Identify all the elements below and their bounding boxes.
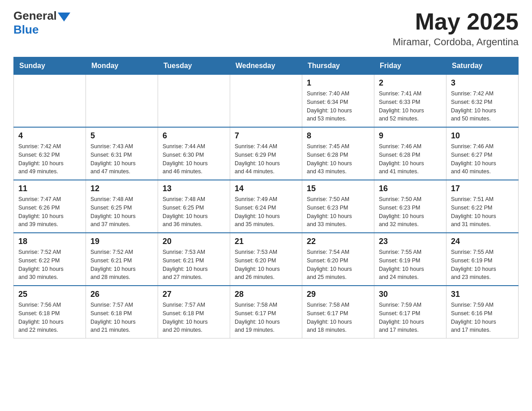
calendar-cell: 16Sunrise: 7:50 AMSunset: 6:23 PMDayligh… bbox=[374, 180, 446, 233]
day-info: Sunrise: 7:56 AMSunset: 6:18 PMDaylight:… bbox=[18, 301, 81, 334]
calendar-cell bbox=[158, 75, 230, 128]
day-number: 19 bbox=[90, 237, 153, 246]
day-number: 28 bbox=[235, 290, 297, 299]
weekday-header-friday: Friday bbox=[374, 57, 446, 75]
week-row-1: 1Sunrise: 7:40 AMSunset: 6:34 PMDaylight… bbox=[14, 75, 519, 128]
logo-blue-text: Blue bbox=[13, 23, 39, 37]
day-number: 6 bbox=[163, 131, 225, 141]
calendar-cell: 5Sunrise: 7:43 AMSunset: 6:31 PMDaylight… bbox=[86, 127, 158, 180]
calendar-cell: 28Sunrise: 7:58 AMSunset: 6:17 PMDayligh… bbox=[230, 286, 302, 338]
calendar-cell: 12Sunrise: 7:48 AMSunset: 6:25 PMDayligh… bbox=[86, 180, 158, 233]
day-number: 29 bbox=[307, 290, 369, 299]
day-number: 23 bbox=[379, 237, 442, 246]
calendar-cell: 30Sunrise: 7:59 AMSunset: 6:17 PMDayligh… bbox=[374, 286, 446, 338]
calendar-cell: 2Sunrise: 7:41 AMSunset: 6:33 PMDaylight… bbox=[374, 75, 446, 128]
calendar-cell bbox=[86, 75, 158, 128]
calendar-table: SundayMondayTuesdayWednesdayThursdayFrid… bbox=[13, 57, 519, 338]
day-info: Sunrise: 7:44 AMSunset: 6:29 PMDaylight:… bbox=[235, 142, 297, 176]
day-number: 2 bbox=[379, 78, 442, 88]
calendar-cell: 10Sunrise: 7:46 AMSunset: 6:27 PMDayligh… bbox=[446, 127, 519, 180]
day-info: Sunrise: 7:41 AMSunset: 6:33 PMDaylight:… bbox=[379, 90, 442, 123]
day-number: 25 bbox=[18, 290, 81, 299]
calendar-cell: 24Sunrise: 7:55 AMSunset: 6:19 PMDayligh… bbox=[446, 233, 519, 286]
calendar-cell: 7Sunrise: 7:44 AMSunset: 6:29 PMDaylight… bbox=[230, 127, 302, 180]
day-number: 8 bbox=[307, 131, 369, 141]
day-info: Sunrise: 7:44 AMSunset: 6:30 PMDaylight:… bbox=[163, 142, 225, 176]
day-number: 18 bbox=[18, 237, 81, 246]
logo: General Blue bbox=[13, 9, 70, 37]
calendar-cell: 3Sunrise: 7:42 AMSunset: 6:32 PMDaylight… bbox=[446, 75, 519, 128]
day-info: Sunrise: 7:53 AMSunset: 6:21 PMDaylight:… bbox=[163, 248, 225, 282]
calendar-cell: 29Sunrise: 7:58 AMSunset: 6:17 PMDayligh… bbox=[302, 286, 374, 338]
day-info: Sunrise: 7:49 AMSunset: 6:24 PMDaylight:… bbox=[235, 195, 297, 229]
calendar-cell: 17Sunrise: 7:51 AMSunset: 6:22 PMDayligh… bbox=[446, 180, 519, 233]
calendar-cell: 13Sunrise: 7:48 AMSunset: 6:25 PMDayligh… bbox=[158, 180, 230, 233]
day-info: Sunrise: 7:55 AMSunset: 6:19 PMDaylight:… bbox=[379, 248, 442, 282]
day-number: 17 bbox=[451, 184, 514, 193]
day-info: Sunrise: 7:52 AMSunset: 6:21 PMDaylight:… bbox=[90, 248, 153, 282]
calendar-cell: 19Sunrise: 7:52 AMSunset: 6:21 PMDayligh… bbox=[86, 233, 158, 286]
day-info: Sunrise: 7:45 AMSunset: 6:28 PMDaylight:… bbox=[307, 142, 369, 176]
title-section: May 2025 Miramar, Cordoba, Argentina bbox=[393, 9, 519, 48]
calendar-cell: 23Sunrise: 7:55 AMSunset: 6:19 PMDayligh… bbox=[374, 233, 446, 286]
week-row-3: 11Sunrise: 7:47 AMSunset: 6:26 PMDayligh… bbox=[14, 180, 519, 233]
calendar-cell: 9Sunrise: 7:46 AMSunset: 6:28 PMDaylight… bbox=[374, 127, 446, 180]
calendar-cell: 14Sunrise: 7:49 AMSunset: 6:24 PMDayligh… bbox=[230, 180, 302, 233]
location-title: Miramar, Cordoba, Argentina bbox=[393, 36, 519, 48]
calendar-cell: 8Sunrise: 7:45 AMSunset: 6:28 PMDaylight… bbox=[302, 127, 374, 180]
day-number: 11 bbox=[18, 184, 81, 193]
day-number: 21 bbox=[235, 237, 297, 246]
weekday-header-wednesday: Wednesday bbox=[230, 57, 302, 75]
day-number: 20 bbox=[163, 237, 225, 246]
weekday-header-monday: Monday bbox=[86, 57, 158, 75]
day-number: 15 bbox=[307, 184, 369, 193]
day-number: 14 bbox=[235, 184, 297, 193]
day-info: Sunrise: 7:46 AMSunset: 6:27 PMDaylight:… bbox=[451, 142, 514, 176]
calendar-cell: 15Sunrise: 7:50 AMSunset: 6:23 PMDayligh… bbox=[302, 180, 374, 233]
day-info: Sunrise: 7:51 AMSunset: 6:22 PMDaylight:… bbox=[451, 195, 514, 229]
day-number: 3 bbox=[451, 78, 514, 88]
day-info: Sunrise: 7:52 AMSunset: 6:22 PMDaylight:… bbox=[18, 248, 81, 282]
week-row-4: 18Sunrise: 7:52 AMSunset: 6:22 PMDayligh… bbox=[14, 233, 519, 286]
day-number: 1 bbox=[307, 78, 369, 88]
weekday-header-sunday: Sunday bbox=[14, 57, 86, 75]
calendar-cell: 21Sunrise: 7:53 AMSunset: 6:20 PMDayligh… bbox=[230, 233, 302, 286]
calendar-cell: 18Sunrise: 7:52 AMSunset: 6:22 PMDayligh… bbox=[14, 233, 86, 286]
day-info: Sunrise: 7:57 AMSunset: 6:18 PMDaylight:… bbox=[90, 301, 153, 334]
calendar-cell: 11Sunrise: 7:47 AMSunset: 6:26 PMDayligh… bbox=[14, 180, 86, 233]
day-info: Sunrise: 7:42 AMSunset: 6:32 PMDaylight:… bbox=[451, 90, 514, 123]
calendar-cell: 31Sunrise: 7:59 AMSunset: 6:16 PMDayligh… bbox=[446, 286, 519, 338]
day-info: Sunrise: 7:43 AMSunset: 6:31 PMDaylight:… bbox=[90, 142, 153, 176]
day-info: Sunrise: 7:47 AMSunset: 6:26 PMDaylight:… bbox=[18, 195, 81, 229]
day-info: Sunrise: 7:59 AMSunset: 6:16 PMDaylight:… bbox=[451, 301, 514, 334]
day-number: 12 bbox=[90, 184, 153, 193]
calendar-cell: 20Sunrise: 7:53 AMSunset: 6:21 PMDayligh… bbox=[158, 233, 230, 286]
day-number: 26 bbox=[90, 290, 153, 299]
day-number: 5 bbox=[90, 131, 153, 141]
day-info: Sunrise: 7:48 AMSunset: 6:25 PMDaylight:… bbox=[90, 195, 153, 229]
month-title: May 2025 bbox=[393, 9, 519, 34]
day-number: 4 bbox=[18, 131, 81, 141]
weekday-header-saturday: Saturday bbox=[446, 57, 519, 75]
day-number: 27 bbox=[163, 290, 225, 299]
day-info: Sunrise: 7:58 AMSunset: 6:17 PMDaylight:… bbox=[307, 301, 369, 334]
weekday-header-row: SundayMondayTuesdayWednesdayThursdayFrid… bbox=[14, 57, 519, 75]
day-number: 31 bbox=[451, 290, 514, 299]
day-info: Sunrise: 7:57 AMSunset: 6:18 PMDaylight:… bbox=[163, 301, 225, 334]
day-info: Sunrise: 7:50 AMSunset: 6:23 PMDaylight:… bbox=[307, 195, 369, 229]
day-number: 30 bbox=[379, 290, 442, 299]
day-number: 22 bbox=[307, 237, 369, 246]
day-info: Sunrise: 7:42 AMSunset: 6:32 PMDaylight:… bbox=[18, 142, 81, 176]
week-row-2: 4Sunrise: 7:42 AMSunset: 6:32 PMDaylight… bbox=[14, 127, 519, 180]
day-number: 7 bbox=[235, 131, 297, 141]
day-info: Sunrise: 7:59 AMSunset: 6:17 PMDaylight:… bbox=[379, 301, 442, 334]
day-number: 16 bbox=[379, 184, 442, 193]
day-info: Sunrise: 7:48 AMSunset: 6:25 PMDaylight:… bbox=[163, 195, 225, 229]
day-info: Sunrise: 7:50 AMSunset: 6:23 PMDaylight:… bbox=[379, 195, 442, 229]
page-header: General Blue May 2025 Miramar, Cordoba, … bbox=[13, 9, 519, 48]
weekday-header-thursday: Thursday bbox=[302, 57, 374, 75]
day-number: 9 bbox=[379, 131, 442, 141]
calendar-cell: 1Sunrise: 7:40 AMSunset: 6:34 PMDaylight… bbox=[302, 75, 374, 128]
calendar-cell: 27Sunrise: 7:57 AMSunset: 6:18 PMDayligh… bbox=[158, 286, 230, 338]
day-info: Sunrise: 7:54 AMSunset: 6:20 PMDaylight:… bbox=[307, 248, 369, 282]
